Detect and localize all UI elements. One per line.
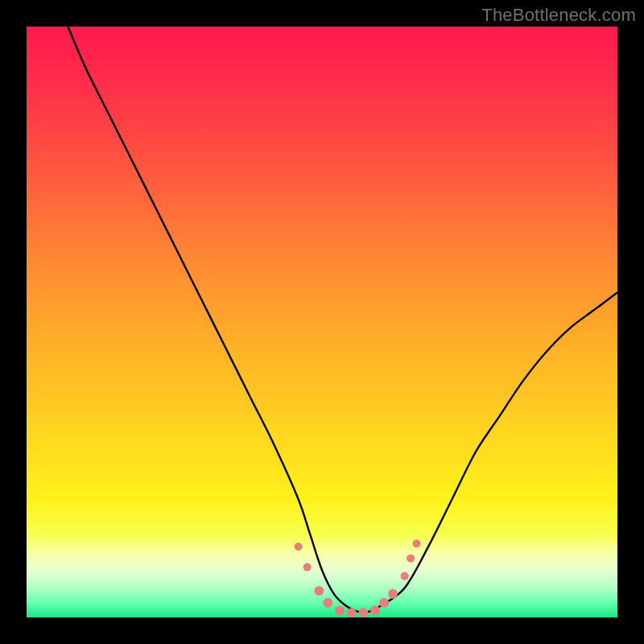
- chart-frame: TheBottleneck.com: [0, 0, 644, 644]
- marker-dot: [347, 608, 357, 617]
- marker-dot: [323, 598, 332, 608]
- optimal-range-markers: [27, 27, 617, 617]
- marker-dot: [295, 543, 303, 551]
- marker-dot: [358, 608, 368, 617]
- marker-dot: [335, 605, 345, 615]
- marker-dot: [388, 589, 398, 599]
- marker-dot: [412, 539, 420, 547]
- plot-area: [27, 27, 617, 617]
- marker-dot: [407, 555, 415, 563]
- marker-dot: [370, 605, 380, 615]
- marker-dot: [303, 564, 312, 572]
- marker-dot: [314, 586, 324, 596]
- watermark-text: TheBottleneck.com: [481, 5, 636, 26]
- marker-dot: [379, 598, 389, 608]
- marker-dot: [401, 572, 409, 580]
